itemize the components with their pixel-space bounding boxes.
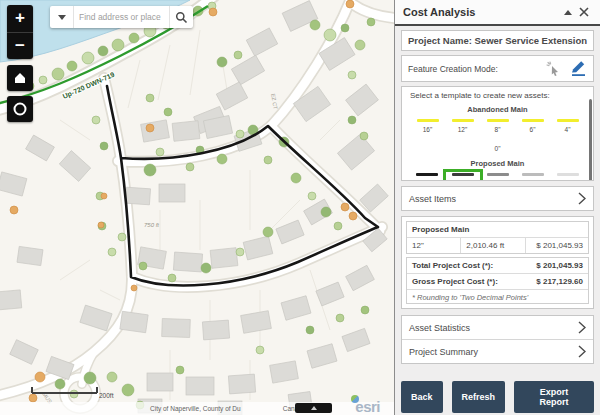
chevron-right-icon [578,345,586,358]
section-stack: Asset Statistics Project Summary [401,315,594,364]
section-project-summary[interactable]: Project Summary [402,339,593,363]
gallery-scrollbar[interactable] [589,99,592,181]
template-swatch [557,173,579,176]
tree [263,227,273,237]
tree [360,132,368,140]
tree [176,366,184,374]
template-item-label: 4" [565,126,571,133]
tree [118,233,126,241]
tree [52,68,64,80]
tree [291,173,301,183]
template-item-label: 16" [423,180,433,181]
attribution-text: City of Naperville, County of Du [150,405,241,412]
asset-cost: $ 201,045.93 [526,238,588,253]
template-swatch [487,119,509,122]
section-asset-items[interactable]: Asset Items [401,186,594,211]
collapse-panel-button[interactable] [560,4,576,20]
tree [186,163,194,171]
scale-label: 200ft [99,392,114,399]
template-item[interactable]: 4" [551,117,585,135]
building [159,184,185,202]
template-gallery-groups: Abandoned Main16"12"8"6"4"0"Proposed Mai… [410,105,585,181]
template-item[interactable]: 16" [410,171,444,181]
cost-results: Proposed Main 12" 2,010.46 ft $ 201,045.… [401,216,594,309]
template-item[interactable]: 12" [443,169,483,181]
close-panel-button[interactable] [576,4,592,20]
template-item-label: 8" [496,180,502,181]
locate-button[interactable] [7,96,33,122]
tree-autumn [349,212,357,220]
tree [234,51,242,59]
tree [164,108,172,116]
building [0,290,22,310]
gross-cost-label: Gross Project Cost (*): [407,274,531,289]
template-item-label: 6" [530,126,536,133]
building [120,311,148,332]
attribution-expand-button[interactable] [295,403,332,413]
search-bar [50,6,193,28]
tree [98,46,108,56]
back-button[interactable]: Back [401,381,443,413]
tree [82,52,94,64]
zoom-out-button[interactable]: − [7,33,33,60]
tree [156,148,164,156]
total-cost-value: $ 201,045.93 [531,258,588,273]
search-button[interactable] [169,6,193,28]
section-label: Asset Items [409,194,578,204]
building [17,246,43,265]
distance-label: 750 ft [144,222,159,228]
asset-length: 2,010.46 ft [461,238,526,253]
map-canvas[interactable]: Up-720 DWN-719 EZ CT MUS 750 ft + − [0,0,394,415]
draw-tool-button[interactable] [570,60,587,77]
template-swatch [487,173,509,176]
select-tool-button[interactable] [545,60,562,77]
template-item[interactable]: 0" [481,136,515,154]
asset-table-row: 12" 2,010.46 ft $ 201,045.93 [407,238,588,253]
tree [367,18,375,26]
gross-cost-row: Gross Project Cost (*): $ 217,129.60 [407,274,588,290]
template-item-label: 4" [565,180,571,181]
export-report-button[interactable]: Export Report [514,381,594,413]
home-button[interactable] [7,65,33,91]
building [186,377,214,395]
template-gallery: Select a template to create new assets: … [401,86,594,181]
template-item[interactable]: 8" [481,171,515,181]
template-item[interactable]: 6" [516,171,550,181]
total-cost-label: Total Project Cost (*): [407,258,531,273]
template-swatch [452,173,474,176]
template-item[interactable]: 8" [481,117,515,135]
tree [112,39,124,51]
panel-body: Project Name: Sewer Service Extension Fe… [395,26,600,413]
basemap: Up-720 DWN-719 EZ CT MUS 750 ft [0,0,394,415]
tree [324,29,336,41]
template-item[interactable]: 16" [411,117,445,135]
feature-creation-mode-label: Feature Creation Mode: [408,64,537,74]
template-item-label: 0" [495,145,501,152]
zoom-in-button[interactable]: + [7,5,33,33]
project-name-field[interactable]: Project Name: Sewer Service Extension [401,30,594,51]
template-item[interactable]: 12" [446,117,480,135]
template-item-label: 8" [495,126,501,133]
template-swatch [522,119,544,122]
template-item[interactable]: 6" [516,117,550,135]
building [173,252,202,272]
asset-table: Proposed Main 12" 2,010.46 ft $ 201,045.… [406,221,589,254]
tree [308,192,316,200]
refresh-button[interactable]: Refresh [452,381,506,413]
tree [168,274,176,282]
building [172,121,200,142]
tree [108,248,116,256]
tree [92,116,100,124]
tree [217,57,227,67]
tree [201,263,211,273]
tree-autumn [341,203,349,211]
search-input[interactable] [74,6,169,28]
pencil-icon [570,60,587,77]
tree [341,24,349,32]
chevron-right-icon [578,321,586,334]
search-source-dropdown[interactable] [50,6,74,28]
template-item[interactable]: 4" [551,171,585,181]
section-asset-statistics[interactable]: Asset Statistics [402,316,593,339]
app-window: Up-720 DWN-719 EZ CT MUS 750 ft + − [0,0,600,415]
chevron-right-icon [578,192,586,205]
